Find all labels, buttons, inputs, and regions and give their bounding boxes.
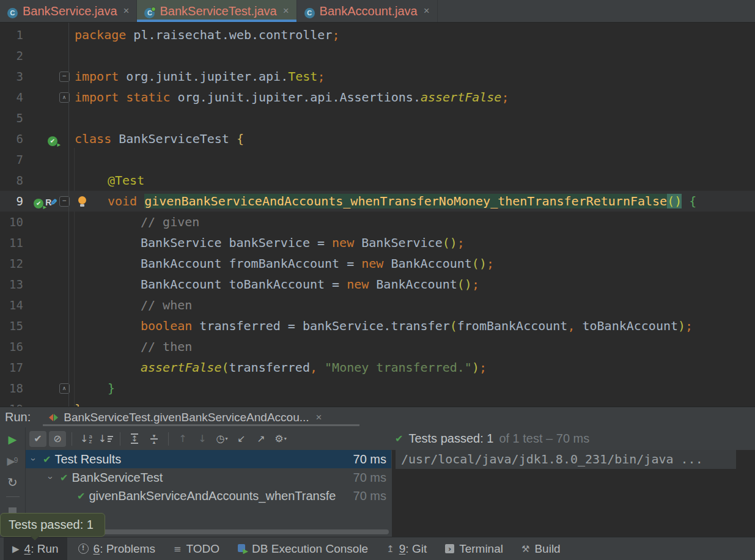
- code-text[interactable]: import static org.junit.jupiter.api.Asse…: [70, 87, 755, 108]
- fold-marker-icon[interactable]: ∧: [59, 383, 70, 394]
- previous-occurrence-button[interactable]: ↑: [174, 431, 191, 447]
- gutter-icons: ✔▸R✎: [23, 194, 59, 208]
- run-tool-icon: ▶: [12, 543, 20, 554]
- code-text[interactable]: [70, 45, 755, 66]
- statusbar-item-run[interactable]: ▶4: Run: [4, 537, 67, 560]
- test-history-button[interactable]: ◷▾: [213, 431, 230, 447]
- test-results-toolbar: ✔⊘↓az↓↕▾▴↑↓◷▾↙↗⚙▾: [26, 427, 394, 451]
- statusbar-item-git[interactable]: ↥9: Git: [386, 537, 427, 560]
- rerun-failed-tests-button[interactable]: ▶9: [5, 454, 21, 468]
- horizontal-scrollbar[interactable]: [70, 529, 389, 534]
- rerun-failed-tests-icon: ▶9: [7, 455, 18, 468]
- next-occurrence-button[interactable]: ↓: [194, 431, 211, 447]
- code-token: (): [457, 277, 472, 292]
- code-token: toBankAccount: [575, 319, 678, 333]
- close-icon[interactable]: ×: [123, 5, 130, 17]
- sort-by-duration-button[interactable]: ↓: [97, 431, 114, 447]
- toggle-auto-test-button[interactable]: ↻: [5, 475, 21, 490]
- code-token: [137, 194, 144, 208]
- code-text[interactable]: BankAccount toBankAccount = new BankAcco…: [70, 274, 755, 295]
- code-line-19: 19}: [0, 399, 755, 407]
- code-text[interactable]: package pl.raisechat.web.controller;: [70, 24, 755, 45]
- code-text[interactable]: import org.junit.jupiter.api.Test;: [70, 66, 755, 87]
- tab-label: BankService.java: [23, 4, 117, 18]
- tab-label: BankAccount.java: [320, 4, 418, 18]
- test-pass-icon[interactable]: ✔▸: [34, 194, 43, 208]
- code-token: {: [689, 194, 696, 208]
- statusbar-item-todo[interactable]: ≡TODO: [174, 537, 219, 560]
- code-editor[interactable]: 1package pl.raisechat.web.controller;23−…: [0, 23, 755, 407]
- code-text[interactable]: // when: [70, 295, 755, 315]
- code-token: new: [332, 235, 354, 250]
- code-token: ;: [479, 360, 487, 375]
- test-tree-row[interactable]: ›✔Test Results70 ms: [26, 450, 391, 468]
- run-panel-title: Run:: [5, 410, 31, 424]
- mnemonic: 4: [24, 542, 31, 555]
- editor-tab-bankservicetest-java[interactable]: CBankServiceTest.java×: [137, 0, 296, 22]
- statusbar-item-label: Build: [534, 542, 560, 556]
- export-test-results-button[interactable]: ↗: [252, 431, 270, 447]
- close-icon[interactable]: ×: [283, 5, 289, 17]
- code-token: [317, 360, 325, 375]
- code-token: ;: [685, 319, 693, 333]
- rerun-tests-button[interactable]: ▶: [5, 432, 21, 447]
- test-passed-icon: ✔: [43, 454, 51, 465]
- test-tree-row[interactable]: ›✔BankServiceTest70 ms: [26, 468, 391, 487]
- code-token: // given: [141, 215, 199, 229]
- rename-icon[interactable]: R✎: [45, 194, 57, 208]
- test-console-output[interactable]: /usr/local/java/jdk1.8.0_231/bin/java ..…: [392, 450, 755, 537]
- fold-marker-icon[interactable]: −: [59, 72, 70, 82]
- code-token: new: [361, 256, 383, 271]
- code-text[interactable]: class BankServiceTest {: [70, 128, 755, 149]
- code-text[interactable]: @Test: [70, 170, 755, 191]
- statusbar-item-build[interactable]: ⚒Build: [521, 537, 561, 560]
- code-text[interactable]: }: [70, 399, 755, 407]
- show-ignored-button[interactable]: ⊘: [49, 431, 66, 447]
- statusbar-item-text: : Run: [31, 542, 58, 555]
- code-text[interactable]: [70, 108, 755, 128]
- close-icon[interactable]: ×: [424, 5, 430, 17]
- todo-icon: ≡: [174, 543, 182, 554]
- statusbar-item-db-execution-console[interactable]: ▶DB Execution Console: [238, 537, 368, 560]
- tests-passed-balloon[interactable]: Tests passed: 1: [0, 513, 105, 537]
- tab-label: BankServiceTest.java: [160, 4, 276, 18]
- editor-tab-bankaccount-java[interactable]: CBankAccount.java×: [297, 0, 438, 22]
- code-text[interactable]: void givenBankServiceAndAccounts_whenTra…: [70, 191, 755, 212]
- code-line-1: 1package pl.raisechat.web.controller;: [0, 24, 755, 45]
- chevron-down-icon[interactable]: ›: [46, 473, 56, 482]
- code-text[interactable]: // given: [70, 212, 755, 232]
- test-tree-row[interactable]: ✔givenBankServiceAndAccounts_whenTransfe…: [26, 487, 391, 505]
- code-token: [682, 194, 689, 208]
- code-text[interactable]: BankAccount fromBankAccount = new BankAc…: [70, 253, 755, 274]
- code-line-4: 4∧import static org.junit.jupiter.api.As…: [0, 87, 755, 108]
- show-passed-button[interactable]: ✔: [29, 431, 46, 447]
- code-token: (): [443, 235, 457, 250]
- close-icon[interactable]: ×: [316, 411, 322, 424]
- import-test-results-button[interactable]: ↙: [233, 431, 250, 447]
- sort-alphabetically-button[interactable]: ↓az: [78, 431, 95, 447]
- editor-tab-bankservice-java[interactable]: CBankService.java×: [0, 0, 137, 22]
- fold-marker-icon[interactable]: −: [59, 196, 70, 207]
- code-token: pl.raisechat.web.controller: [126, 28, 332, 42]
- code-text[interactable]: assertFalse(transferred, "Money transfer…: [70, 357, 755, 378]
- collapse-all-button[interactable]: ▾▴: [145, 431, 163, 447]
- code-text[interactable]: BankService bankService = new BankServic…: [70, 232, 755, 253]
- code-text[interactable]: // then: [70, 336, 755, 357]
- chevron-down-icon[interactable]: ›: [29, 455, 39, 463]
- code-text[interactable]: [70, 149, 755, 170]
- intention-bulb-icon[interactable]: [78, 196, 86, 204]
- code-text[interactable]: boolean transferred = bankService.transf…: [70, 315, 755, 336]
- statusbar-item-terminal[interactable]: ›Terminal: [445, 537, 503, 560]
- fold-marker-icon[interactable]: ∧: [59, 92, 70, 103]
- code-token: BankService bankService =: [141, 235, 332, 250]
- expand-all-button[interactable]: ↕: [126, 431, 143, 447]
- test-pass-icon[interactable]: ✔▸: [48, 131, 57, 146]
- code-token: import static: [75, 90, 171, 105]
- code-token: org.junit.jupiter.api.: [119, 69, 288, 84]
- settings-button[interactable]: ⚙▾: [272, 431, 289, 447]
- run-configuration-tab[interactable]: BankServiceTest.givenBankServiceAndAccou…: [49, 411, 322, 424]
- line-number: 4: [0, 90, 23, 104]
- statusbar-item-problems[interactable]: !6: Problems: [78, 537, 155, 560]
- run-configuration-tab-label: BankServiceTest.givenBankServiceAndAccou…: [64, 411, 309, 424]
- code-text[interactable]: }: [70, 378, 755, 399]
